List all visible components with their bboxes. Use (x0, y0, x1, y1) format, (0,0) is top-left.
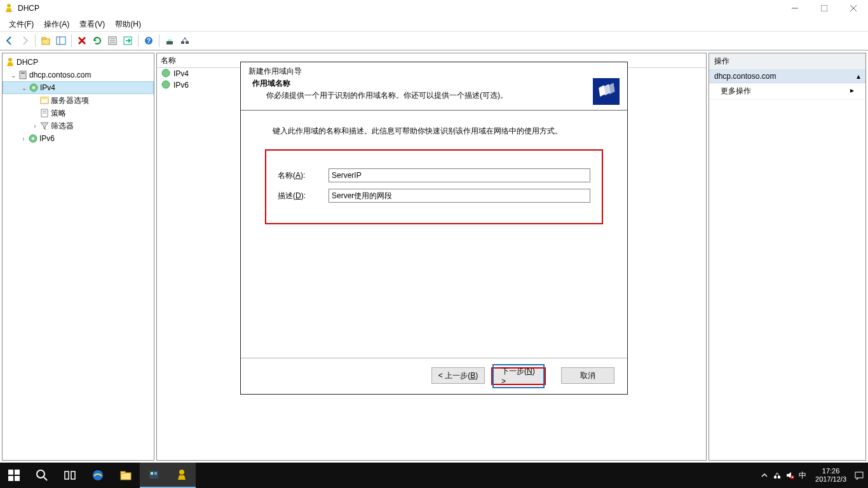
actions-pane: 操作 dhcp.contoso.com ▴ 更多操作 ▸ (709, 53, 866, 461)
menu-action[interactable]: 操作(A) (39, 18, 74, 31)
svg-rect-56 (778, 476, 780, 478)
wizard-banner-icon (593, 78, 620, 105)
tree-server-options[interactable]: 服务器选项 (3, 94, 154, 107)
wizard-next-button[interactable]: 下一步(N) > (491, 367, 546, 385)
svg-rect-28 (21, 72, 25, 74)
svg-rect-21 (181, 41, 184, 44)
svg-rect-52 (151, 472, 153, 475)
ipv4-icon (29, 83, 39, 93)
svg-point-44 (37, 470, 44, 478)
dhcp-app-icon (4, 3, 14, 13)
taskbar-explorer[interactable] (112, 463, 140, 488)
svg-rect-55 (774, 476, 776, 478)
properties-button[interactable] (105, 34, 119, 48)
actions-context[interactable]: dhcp.contoso.com ▴ (709, 70, 865, 83)
collapse-icon[interactable]: ⌄ (20, 85, 29, 92)
new-scope-wizard-dialog: 新建作用域向导 作用域名称 你必须提供一个用于识别的作用域名称。你还可以提供一个… (240, 62, 628, 395)
minimize-button[interactable] (780, 0, 810, 17)
nav-forward-button[interactable] (18, 34, 32, 48)
nav-back-button[interactable] (3, 34, 17, 48)
scope-button[interactable] (178, 34, 192, 48)
wizard-heading: 作用域名称 (248, 78, 588, 89)
tray-volume-icon[interactable] (783, 463, 796, 488)
search-button[interactable] (28, 463, 56, 488)
server-icon (18, 70, 28, 80)
svg-point-26 (8, 58, 12, 62)
export-button[interactable] (121, 34, 135, 48)
scope-tree-pane: DHCP ⌄ dhcp.contoso.com ⌄ IPv4 (2, 53, 154, 461)
scope-name-input[interactable] (329, 168, 590, 182)
tree-server[interactable]: ⌄ dhcp.contoso.com (3, 69, 154, 81)
tray-up-icon[interactable] (758, 463, 771, 488)
wizard-instruction: 键入此作用域的名称和描述。此信息可帮助你快速识别该作用域在网络中的使用方式。 (260, 123, 608, 149)
collapse-icon[interactable]: ⌄ (9, 72, 18, 79)
task-view-button[interactable] (56, 463, 84, 488)
tree-filters[interactable]: › 筛选器 (3, 119, 154, 132)
svg-rect-7 (57, 37, 65, 44)
svg-rect-53 (154, 472, 157, 475)
menu-file[interactable]: 文件(F) (4, 18, 39, 31)
tree-ipv4[interactable]: ⌄ IPv4 (3, 81, 154, 94)
svg-line-45 (44, 477, 47, 480)
policies-icon (39, 108, 50, 118)
svg-point-54 (179, 470, 184, 475)
show-hide-tree-button[interactable] (54, 34, 68, 48)
titlebar: DHCP (0, 0, 868, 17)
svg-rect-42 (8, 476, 13, 481)
svg-rect-41 (15, 470, 20, 475)
actions-pane-title: 操作 (709, 53, 865, 70)
svg-point-0 (7, 4, 11, 8)
tree-policies[interactable]: 策略 (3, 107, 154, 119)
svg-rect-32 (41, 97, 48, 99)
svg-point-25 (184, 37, 186, 39)
svg-point-39 (162, 81, 170, 88)
tray-ime[interactable]: 中 (796, 463, 809, 488)
toolbar: ? (0, 32, 868, 50)
up-level-button[interactable] (39, 34, 53, 48)
svg-rect-46 (65, 471, 69, 479)
ipv6-icon (161, 79, 171, 92)
svg-rect-49 (121, 473, 131, 480)
maximize-button[interactable] (810, 0, 839, 17)
svg-rect-2 (821, 5, 827, 11)
wizard-cancel-button[interactable]: 取消 (561, 367, 614, 384)
tray-clock[interactable]: 17:26 2017/12/3 (809, 467, 853, 484)
details-pane: 名称 IPv4 IPv6 新建作用域向导 作用域名称 你必须提供一个用于识别的作… (156, 53, 707, 461)
form-highlight-box: 名称(A): 描述(D): (265, 149, 603, 224)
scope-desc-input[interactable] (329, 189, 590, 203)
refresh-button[interactable] (90, 34, 104, 48)
svg-point-37 (32, 137, 34, 140)
expand-icon[interactable]: › (19, 135, 28, 142)
svg-rect-6 (42, 37, 46, 39)
authorize-button[interactable] (163, 34, 177, 48)
taskbar-ie[interactable] (84, 463, 112, 488)
collapse-icon[interactable]: ▴ (857, 72, 860, 81)
menubar: 文件(F) 操作(A) 查看(V) 帮助(H) (0, 17, 868, 32)
svg-rect-43 (15, 476, 20, 481)
wizard-title: 新建作用域向导 (241, 62, 627, 78)
tray-notifications-icon[interactable] (853, 463, 865, 488)
scope-name-label: 名称(A): (278, 170, 329, 181)
delete-button[interactable] (75, 34, 89, 48)
scope-desc-label: 描述(D): (278, 191, 329, 201)
tree-ipv6[interactable]: › IPv6 (3, 132, 154, 145)
svg-rect-40 (8, 470, 13, 475)
taskbar-server-manager[interactable] (140, 463, 168, 488)
tray-network-icon[interactable] (771, 463, 783, 488)
ipv6-icon (28, 133, 38, 144)
svg-text:?: ? (147, 37, 151, 44)
menu-view[interactable]: 查看(V) (74, 18, 110, 31)
start-button[interactable] (0, 463, 28, 488)
expand-icon[interactable]: › (31, 123, 39, 130)
wizard-back-button[interactable]: < 上一步(B) (431, 367, 485, 384)
svg-rect-27 (20, 71, 26, 79)
tree-root-dhcp[interactable]: DHCP (3, 56, 154, 69)
help-button[interactable]: ? (142, 34, 156, 48)
svg-rect-22 (186, 41, 189, 44)
taskbar-dhcp[interactable] (168, 463, 196, 488)
more-actions-item[interactable]: 更多操作 ▸ (709, 83, 865, 100)
close-button[interactable] (839, 0, 868, 17)
svg-line-58 (777, 473, 779, 476)
svg-rect-50 (121, 471, 125, 473)
menu-help[interactable]: 帮助(H) (110, 18, 146, 31)
